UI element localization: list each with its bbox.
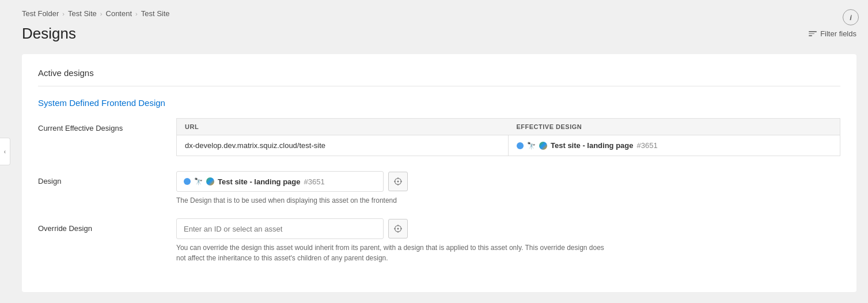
override-design-hint: You can override the design this asset w…	[176, 243, 614, 263]
breadcrumb-item-4[interactable]: Test Site	[141, 9, 170, 18]
filter-fields-label: Filter fields	[820, 29, 856, 38]
sidebar-toggle-button[interactable]: ‹	[0, 138, 10, 165]
design-binoculars-icon: 🔭	[194, 177, 203, 185]
breadcrumb: Test Folder › Test Site › Content › Test…	[22, 0, 868, 25]
override-design-row: Override Design	[38, 218, 840, 263]
filter-icon	[809, 31, 817, 36]
current-effective-designs-row: Current Effective Designs URL EFFECTIVE …	[38, 118, 840, 158]
design-input[interactable]: 🔭 Test site - landing page #3651	[176, 171, 384, 192]
designs-card: Active designs System Defined Frontend D…	[22, 54, 856, 292]
design-globe-icon	[206, 177, 214, 185]
breadcrumb-item-1[interactable]: Test Folder	[22, 9, 59, 18]
override-design-input[interactable]	[176, 218, 384, 239]
design-label: Design	[38, 171, 165, 185]
info-button[interactable]: i	[843, 9, 859, 25]
svg-point-5	[397, 181, 399, 183]
breadcrumb-item-2[interactable]: Test Site	[68, 9, 97, 18]
table-col-effective-design: EFFECTIVE DESIGN	[509, 119, 840, 135]
design-status-icon	[184, 178, 191, 185]
page-title: Designs	[22, 25, 76, 43]
breadcrumb-item-3[interactable]: Content	[106, 9, 132, 18]
design-row: Design 🔭 Test site - landing page #3651	[38, 171, 840, 206]
design-content: 🔭 Test site - landing page #3651	[176, 171, 840, 206]
override-design-select-asset-button[interactable]	[388, 219, 408, 238]
globe-icon	[539, 142, 547, 150]
crosshair-icon	[393, 177, 403, 186]
override-design-label: Override Design	[38, 218, 165, 233]
design-hint: The Design that is to be used when displ…	[176, 195, 614, 206]
design-asset-name: Test site - landing page	[218, 177, 301, 186]
binoculars-icon: 🔭	[527, 142, 536, 150]
section-title: Active designs	[38, 68, 840, 86]
table-cell-design: 🔭 Test site - landing page #3651	[509, 135, 840, 156]
current-effective-designs-content: URL EFFECTIVE DESIGN dx-develop.dev.matr…	[176, 118, 840, 158]
breadcrumb-sep-3: ›	[135, 10, 138, 17]
table-cell-url: dx-develop.dev.matrix.squiz.cloud/test-s…	[177, 135, 509, 156]
svg-point-11	[397, 228, 399, 230]
override-crosshair-icon	[393, 224, 403, 233]
info-icon: i	[850, 13, 852, 22]
design-asset-id: #3651	[304, 177, 325, 186]
effective-designs-table: URL EFFECTIVE DESIGN dx-develop.dev.matr…	[176, 118, 840, 156]
subsection-title[interactable]: System Defined Frontend Design	[38, 98, 840, 108]
status-icon	[517, 142, 524, 149]
effective-design-id: #3651	[637, 141, 658, 150]
override-design-content: You can override the design this asset w…	[176, 218, 840, 263]
breadcrumb-sep-1: ›	[62, 10, 65, 17]
design-select-asset-button[interactable]	[388, 172, 408, 191]
current-effective-designs-label: Current Effective Designs	[38, 118, 165, 132]
breadcrumb-sep-2: ›	[100, 10, 103, 17]
filter-fields-button[interactable]: Filter fields	[809, 29, 856, 38]
chevron-left-icon: ‹	[4, 149, 6, 155]
effective-design-name: Test site - landing page	[551, 141, 634, 150]
table-col-url: URL	[177, 119, 509, 135]
table-row: dx-develop.dev.matrix.squiz.cloud/test-s…	[177, 135, 840, 156]
